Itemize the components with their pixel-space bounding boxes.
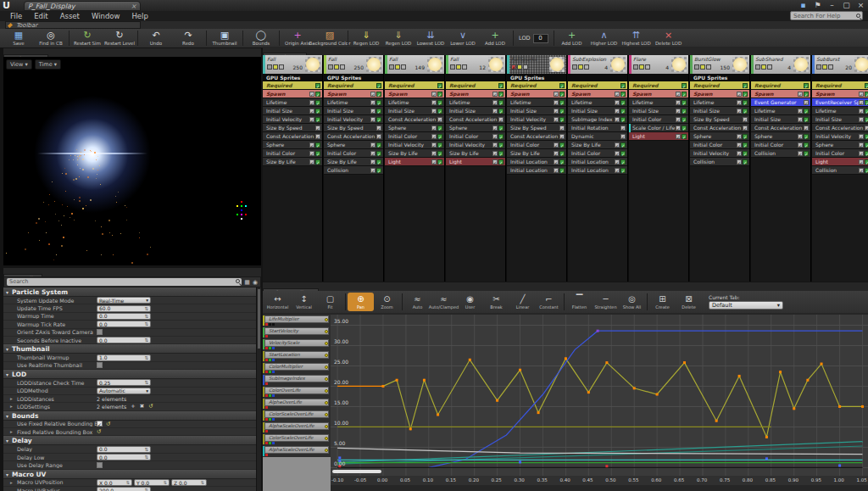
send-to-curve-editor-icon[interactable]: ✓ (620, 117, 626, 122)
send-to-curve-editor-icon[interactable]: ✓ (376, 109, 381, 114)
spinner-icon[interactable]: ⇅ (144, 321, 148, 326)
send-to-curve-editor-icon[interactable]: ✓ (376, 159, 381, 165)
send-to-curve-editor-icon[interactable]: ✓ (437, 109, 442, 114)
chevron-right-icon[interactable]: ▸ (10, 480, 13, 485)
send-to-curve-editor-icon[interactable]: ✓ (437, 159, 442, 165)
module-const-acceleration[interactable]: Const Acceleration✓ (751, 124, 810, 132)
send-to-curve-editor-icon[interactable]: ✓ (559, 109, 565, 114)
emitter-header[interactable]: Fall12 (446, 55, 505, 74)
module-enabled-checkbox[interactable]: ✓ (859, 92, 864, 97)
module-enabled-checkbox[interactable]: ✓ (798, 142, 803, 148)
module-required[interactable]: Required✓ (629, 81, 688, 90)
curve-track-alphascaleoverlife[interactable]: AlphaScaleOverLife (263, 421, 331, 433)
curve-tool-linear[interactable]: ╱Linear (509, 291, 536, 313)
module-lifetime[interactable]: Lifetime✓✓ (385, 98, 444, 107)
module-sphere[interactable]: Sphere✓✓ (690, 132, 749, 141)
module-required[interactable]: Required✓ (568, 81, 627, 90)
render-mode-icon[interactable] (450, 64, 455, 70)
property-checkbox[interactable]: ✓ (97, 421, 103, 427)
track-visibility-dot[interactable] (325, 437, 328, 440)
module-enabled-checkbox[interactable]: ✓ (859, 159, 864, 165)
module-sphere[interactable]: Sphere✓✓ (751, 132, 810, 141)
curve-track-startlocation[interactable]: StartLocation (263, 350, 331, 362)
module-enabled-checkbox[interactable]: ✓ (370, 168, 376, 173)
module-enabled-checkbox[interactable]: ✓ (370, 100, 376, 105)
solo-icon[interactable] (395, 64, 400, 70)
module-enabled-checkbox[interactable]: ✓ (492, 109, 498, 114)
send-to-curve-editor-icon[interactable]: ✓ (437, 151, 442, 156)
toolbar-button-thumbnail[interactable]: ▣Thumbnail (209, 29, 241, 47)
module-dynamic[interactable]: Dynamic✓ (568, 132, 627, 141)
module-initial-size[interactable]: Initial Size✓✓ (507, 107, 566, 115)
send-to-curve-editor-icon[interactable]: ✓ (620, 92, 626, 97)
send-to-curve-editor-icon[interactable]: ✓ (865, 159, 868, 165)
reset-icon[interactable]: ↺ (106, 421, 110, 427)
property-dropdown[interactable]: Real-Time▾ (97, 297, 151, 304)
module-sphere[interactable]: Sphere✓✓ (812, 141, 868, 149)
send-to-curve-editor-icon[interactable]: ✓ (620, 159, 626, 165)
send-to-curve-editor-icon[interactable]: ✓ (804, 92, 809, 97)
module-size-by-life[interactable]: Size By Life✓✓ (263, 158, 322, 166)
module-enabled-checkbox[interactable]: ✓ (615, 109, 620, 114)
module-size-by-life[interactable]: Size By Life✓✓ (324, 158, 383, 166)
module-spawn[interactable]: Spawn✓✓ (568, 90, 627, 98)
module-lifetime[interactable]: Lifetime✓✓ (568, 98, 627, 107)
render-mode-icon[interactable] (755, 64, 760, 70)
visibility-icon[interactable] (828, 64, 833, 70)
module-required[interactable]: Required✓ (507, 81, 566, 90)
curve-track-colormultiplier[interactable]: ColorMultiplier (263, 362, 331, 374)
property-dropdown[interactable]: Automatic▾ (97, 388, 151, 394)
details-scrollbar[interactable] (257, 287, 261, 491)
emitter-column[interactable]: BurstGlow150GPU SpritesRequired✓Spawn✓✓L… (690, 55, 750, 282)
module-enabled-checkbox[interactable]: ✓ (620, 126, 626, 131)
module-initial-rotation[interactable]: Initial Rotation✓ (568, 124, 627, 132)
vector-y-input[interactable]: Y 0.0⇅ (134, 479, 170, 486)
module-const-acceleration[interactable]: Const Acceleration✓ (446, 115, 505, 124)
module-size-by-speed[interactable]: Size By Speed✓ (690, 115, 749, 124)
property-number-input[interactable]: 0.0⇅ (97, 454, 151, 460)
track-visibility-dot[interactable] (325, 365, 328, 369)
render-mode-icon[interactable] (572, 64, 577, 70)
track-visibility-dot[interactable] (325, 330, 328, 333)
send-to-curve-editor-icon[interactable]: ✓ (743, 134, 748, 139)
module-enabled-checkbox[interactable]: ✓ (309, 142, 314, 148)
visibility-icon[interactable] (279, 64, 284, 70)
emitter-column[interactable]: SubExplosion4Required✓Spawn✓✓Lifetime✓✓I… (568, 55, 628, 282)
toolbar-button-delete-lod[interactable]: ×Delete LOD (653, 29, 685, 47)
curve-track-subimageindex[interactable]: SubImageIndex (263, 374, 331, 386)
module-const-acceleration[interactable]: Const Acceleration✓ (263, 132, 322, 141)
menu-window[interactable]: Window (92, 12, 120, 20)
module-enabled-checkbox[interactable]: ✓ (554, 151, 559, 156)
module-enabled-checkbox[interactable]: ✓ (315, 126, 320, 131)
module-enabled-checkbox[interactable]: ✓ (737, 151, 742, 156)
module-required[interactable]: Required✓ (812, 81, 868, 90)
send-to-curve-editor-icon[interactable]: ✓ (498, 134, 504, 139)
module-enabled-checkbox[interactable]: ✓ (376, 126, 381, 131)
module-enabled-checkbox[interactable]: ✓ (309, 100, 314, 105)
solo-icon[interactable] (700, 64, 705, 70)
toolbar-button-highest-lod[interactable]: ⇈Highest LOD (620, 29, 653, 47)
send-to-curve-editor-icon[interactable]: ✓ (743, 100, 748, 105)
property-checkbox[interactable] (97, 462, 103, 468)
send-to-curve-editor-icon[interactable]: ✓ (865, 134, 868, 139)
module-size-by-speed[interactable]: Size By Speed✓ (507, 124, 566, 132)
send-to-curve-editor-icon[interactable]: ✓ (804, 109, 809, 114)
module-enabled-checkbox[interactable]: ✓ (615, 142, 620, 148)
chevron-right-icon[interactable]: ▸ (10, 404, 13, 409)
maximize-button[interactable]: ▢ (841, 1, 852, 10)
module-lifetime[interactable]: Lifetime✓✓ (507, 98, 566, 107)
module-enabled-checkbox[interactable]: ✓ (615, 168, 620, 173)
spinner-icon[interactable]: ⇅ (144, 314, 148, 319)
emitter-header[interactable]: Flare4 (629, 55, 688, 74)
module-size-by-life[interactable]: Size By Life✓✓ (507, 149, 566, 158)
module-initial-location[interactable]: Initial Location✓✓ (507, 158, 566, 166)
module-enabled-checkbox[interactable]: ✓ (737, 159, 742, 165)
viewport-canvas[interactable]: View ▾Time ▾ (3, 57, 261, 265)
reset-icon[interactable]: ↺ (97, 428, 101, 435)
module-enabled-checkbox[interactable]: ✓ (859, 142, 864, 148)
module-enabled-checkbox[interactable]: ✓ (676, 134, 681, 139)
module-enabled-checkbox[interactable]: ✓ (859, 117, 864, 122)
lod-value[interactable]: 0 (533, 34, 548, 43)
module-enabled-checkbox[interactable]: ✓ (804, 100, 809, 105)
trash-icon[interactable]: ✖ (140, 403, 144, 410)
